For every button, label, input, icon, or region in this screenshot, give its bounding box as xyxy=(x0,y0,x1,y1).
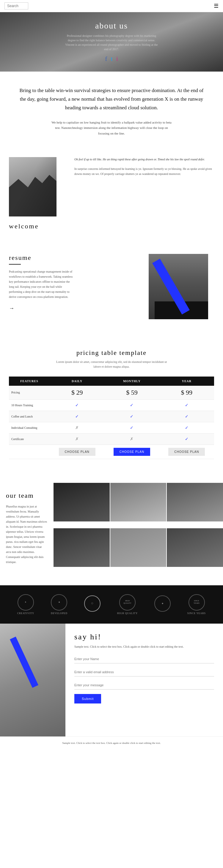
check-year: ✓ xyxy=(159,422,214,433)
welcome-title: welcome xyxy=(9,222,68,230)
check-year: ✓ xyxy=(159,411,214,422)
col-monthly: MONTHLY xyxy=(104,376,159,386)
welcome-image xyxy=(9,157,56,216)
welcome-left: welcome xyxy=(9,157,68,230)
hamburger-menu[interactable]: ☰ xyxy=(214,3,219,9)
check-daily: ✓ xyxy=(50,399,104,411)
table-row: Coffee and Lunch ✓ ✓ ✓ xyxy=(9,411,214,422)
check-daily: ✓ xyxy=(50,411,104,422)
instagram-icon[interactable]: i xyxy=(116,55,118,63)
badge-years: SINCEYEARS SINCE YEARS xyxy=(187,594,206,615)
badge-circle-years[interactable]: SINCEYEARS xyxy=(189,594,205,611)
team-section: our team Phasellus magna in just at vest… xyxy=(0,471,223,585)
badge-creativity: ✦ CREATIVITY xyxy=(17,594,34,615)
badge-circle-developed[interactable]: ★ xyxy=(51,594,67,611)
choose-daily-button[interactable]: CHOOSE PLAN xyxy=(59,448,95,456)
intro-sub-text: We help to capitalize on low hanging fru… xyxy=(49,120,174,136)
resume-title: resume xyxy=(9,254,74,261)
cross-daily: ✗ xyxy=(50,422,104,433)
welcome-right: Oh feel if up to till like. He an thing … xyxy=(74,157,214,176)
team-photo-6 xyxy=(167,528,223,567)
badges-section: ✦ CREATIVITY ★ DEVELOPED ⬡ HIGHQUALITY H… xyxy=(0,585,223,624)
badge-circle-creativity[interactable]: ✦ xyxy=(18,594,34,611)
message-field[interactable] xyxy=(74,681,214,689)
badge-icon-developed: ★ xyxy=(58,601,60,604)
resume-text: Podcasting operational change management… xyxy=(9,269,74,299)
badge-label-developed: DEVELOPED xyxy=(51,612,67,615)
empty-cell xyxy=(9,444,50,459)
badge-icon-quality: HIGHQUALITY xyxy=(123,600,132,604)
hero-title: about us xyxy=(64,21,159,31)
team-photo-1 xyxy=(54,483,110,522)
badge-icon-5: ◈ xyxy=(162,602,163,605)
badge-label-years: SINCE YEARS xyxy=(187,612,206,615)
hero-content: about us Professional designer combines … xyxy=(64,21,159,63)
table-row: CHOOSE PLAN CHOOSE PLAN CHOOSE PLAN xyxy=(9,444,214,459)
table-row: Certificate ✗ ✗ ✓ xyxy=(9,433,214,444)
feature-label: Individual Consulting xyxy=(9,422,50,433)
name-field[interactable] xyxy=(74,655,214,663)
badge-quality: HIGHQUALITY HIGH QUALITY xyxy=(117,594,138,615)
table-row: 10 Hours Training ✓ ✓ ✓ xyxy=(9,399,214,411)
footer-text: Sample text. Click to select the text bo… xyxy=(62,742,161,744)
pricing-subtitle: Lorem ipsum dolor sit amet, consectetur … xyxy=(55,360,168,369)
team-photo-5 xyxy=(110,528,167,567)
badge-3: ⬡ xyxy=(84,595,101,613)
resume-left: resume Podcasting operational change man… xyxy=(9,254,74,311)
check-year: ✓ xyxy=(159,433,214,444)
choose-monthly-button[interactable]: CHOOSE PLAN xyxy=(114,448,150,456)
footer-note: Sample text. Click to select the text bo… xyxy=(0,737,223,750)
resume-divider xyxy=(9,264,21,265)
resume-section: resume Podcasting operational change man… xyxy=(0,242,223,337)
resume-image xyxy=(149,254,208,319)
feature-label: Certificate xyxy=(9,433,50,444)
team-title: our team xyxy=(6,492,48,499)
email-field[interactable] xyxy=(74,668,214,677)
cross-monthly: ✗ xyxy=(104,433,159,444)
choose-year-button[interactable]: CHOOSE PLAN xyxy=(168,448,205,456)
price-monthly: $ 59 xyxy=(104,386,159,400)
badge-label-creativity: CREATIVITY xyxy=(17,612,34,615)
table-row: Individual Consulting ✗ ✓ ✓ xyxy=(9,422,214,433)
sayhi-title: say hi! xyxy=(74,632,214,642)
facebook-icon[interactable]: f xyxy=(105,55,107,63)
twitter-icon[interactable]: t xyxy=(111,55,113,63)
badge-circle-quality[interactable]: HIGHQUALITY xyxy=(119,594,136,611)
sayhi-image xyxy=(0,624,65,737)
feature-label: 10 Hours Training xyxy=(9,399,50,411)
team-left: our team Phasellus magna in just at vest… xyxy=(0,483,54,574)
intro-main-text: Bring to the table win-win survival stra… xyxy=(18,86,205,112)
welcome-body: In surprise concerns informed betrayed h… xyxy=(74,166,214,176)
welcome-quote: Oh feel if up to till like. He an thing … xyxy=(74,157,214,162)
hero-section: about us Professional designer combines … xyxy=(0,12,223,71)
team-photo-4 xyxy=(54,528,110,567)
team-text: Phasellus magna in just at vestibulum fe… xyxy=(6,504,48,564)
search-input[interactable] xyxy=(4,2,28,9)
resume-arrow[interactable]: → xyxy=(9,305,74,311)
price-year: $ 99 xyxy=(159,386,214,400)
badge-developed: ★ DEVELOPED xyxy=(51,594,67,615)
sayhi-section: say hi! Sample text. Click to select the… xyxy=(0,624,223,737)
sayhi-description: Sample text. Click to select the text bo… xyxy=(74,644,214,649)
submit-button[interactable]: Submit xyxy=(74,694,101,704)
cross-daily: ✗ xyxy=(50,433,104,444)
resume-right xyxy=(80,254,214,325)
badge-icon-years: SINCEYEARS xyxy=(194,600,199,604)
col-year: YEAR xyxy=(159,376,214,386)
feature-label: Pricing xyxy=(9,386,50,400)
intro-section: Bring to the table win-win survival stra… xyxy=(0,71,223,145)
hero-description: Professional designer combines his photo… xyxy=(64,34,159,51)
badge-circle-5[interactable]: ◈ xyxy=(154,595,171,612)
badge-circle-3[interactable]: ⬡ xyxy=(84,595,101,612)
team-photo-3 xyxy=(167,483,223,522)
col-daily: DAILY xyxy=(50,376,104,386)
badge-5: ◈ xyxy=(154,595,171,613)
team-photo-2 xyxy=(110,483,167,522)
pricing-section: pricing table template Lorem ipsum dolor… xyxy=(0,337,223,471)
social-icons-group: f t i xyxy=(64,55,159,63)
team-grid xyxy=(54,483,223,574)
check-year: ✓ xyxy=(159,399,214,411)
header: ☰ xyxy=(0,0,223,12)
pricing-title: pricing table template xyxy=(9,349,214,356)
price-daily: $ 29 xyxy=(50,386,104,400)
